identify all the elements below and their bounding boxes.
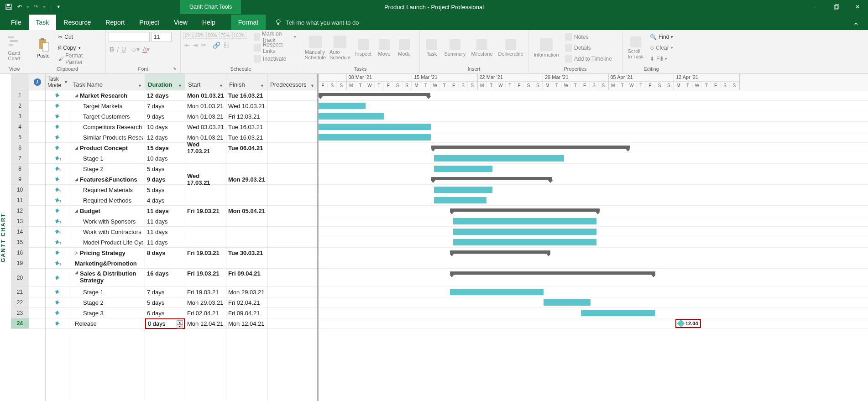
- tell-me-search[interactable]: Tell me what you want to do: [266, 15, 368, 30]
- task-name-cell[interactable]: Stage 3: [70, 308, 145, 318]
- gantt-chart-button[interactable]: Gantt Chart: [3, 32, 26, 64]
- task-mode-cell[interactable]: [46, 111, 70, 122]
- row-number[interactable]: 13: [11, 216, 29, 227]
- gantt-bar[interactable]: [319, 103, 366, 109]
- task-mode-cell[interactable]: ?: [46, 216, 70, 227]
- gantt-bar[interactable]: [453, 229, 596, 235]
- task-name-cell[interactable]: Stage 2: [70, 297, 145, 308]
- predecessors-cell[interactable]: [267, 227, 317, 237]
- predecessors-cell[interactable]: [267, 111, 317, 122]
- outline-toggle[interactable]: ◢: [75, 208, 78, 213]
- duration-cell[interactable]: 12 days: [145, 132, 185, 143]
- start-cell[interactable]: [185, 153, 226, 164]
- task-mode-cell[interactable]: ?: [46, 258, 70, 269]
- row-number[interactable]: 12: [11, 206, 29, 216]
- finish-cell[interactable]: Mon 29.03.21: [226, 174, 267, 185]
- duration-cell-editing[interactable]: 0 days▲▼: [145, 318, 185, 329]
- task-name-cell[interactable]: Work with Sponsors: [70, 216, 145, 227]
- start-cell[interactable]: [185, 237, 226, 248]
- task-name-cell[interactable]: ◢Budget: [70, 206, 145, 216]
- row-number[interactable]: 22: [11, 297, 29, 308]
- deliverable-button[interactable]: Deliverable: [497, 32, 525, 64]
- finish-cell[interactable]: Tue 30.03.21: [226, 248, 267, 258]
- task-name-cell[interactable]: Target Markets: [70, 101, 145, 111]
- maximize-button[interactable]: [826, 0, 847, 14]
- row-number[interactable]: 10: [11, 185, 29, 195]
- split-task-button[interactable]: ✂: [201, 42, 206, 49]
- manually-schedule-button[interactable]: Manually Schedule: [304, 32, 327, 64]
- scroll-to-task-button[interactable]: Scroll to Task: [625, 32, 646, 64]
- start-cell[interactable]: [185, 216, 226, 227]
- customize-qat-icon[interactable]: ▼: [53, 2, 63, 12]
- unlink-button[interactable]: ⛓: [223, 42, 230, 49]
- duration-cell[interactable]: 11 days: [145, 206, 185, 216]
- start-cell[interactable]: Wed 17.03.21: [185, 174, 226, 185]
- clear-button[interactable]: ◇Clear▾: [648, 43, 675, 53]
- finish-cell[interactable]: Tue 16.03.21: [226, 122, 267, 132]
- start-cell[interactable]: Mon 01.03.21: [185, 111, 226, 122]
- duration-cell[interactable]: 6 days: [145, 308, 185, 318]
- finish-cell[interactable]: [226, 227, 267, 237]
- start-cell[interactable]: [185, 185, 226, 195]
- outline-toggle[interactable]: ◢: [75, 270, 78, 275]
- redo-icon[interactable]: ↷: [31, 2, 41, 12]
- duration-cell[interactable]: 10 days: [145, 153, 185, 164]
- finish-cell[interactable]: [226, 164, 267, 174]
- task-name-cell[interactable]: Marketing&Promotion: [70, 258, 145, 269]
- finish-cell[interactable]: Fri 09.04.21: [226, 269, 267, 287]
- predecessors-cell[interactable]: [267, 101, 317, 111]
- gantt-bar[interactable]: [319, 113, 384, 120]
- font-color-button[interactable]: A▾: [142, 46, 150, 53]
- column-header-predecessors[interactable]: Predecessors▼: [267, 74, 317, 90]
- details-button[interactable]: Details: [563, 43, 614, 53]
- finish-cell[interactable]: [226, 153, 267, 164]
- save-icon[interactable]: [4, 2, 14, 12]
- predecessors-cell[interactable]: [267, 143, 317, 153]
- task-name-cell[interactable]: Stage 2: [70, 164, 145, 174]
- milestone-marker[interactable]: 12.04: [675, 319, 701, 328]
- outline-toggle[interactable]: ▷: [75, 250, 78, 255]
- format-painter-button[interactable]: 🖌Format Painter: [56, 54, 103, 64]
- predecessors-cell[interactable]: [267, 90, 317, 101]
- task-mode-cell[interactable]: ?: [46, 153, 70, 164]
- cut-button[interactable]: ✂Cut: [56, 32, 103, 42]
- fill-color-button[interactable]: ◇▾: [131, 46, 140, 53]
- task-mode-cell[interactable]: [46, 143, 70, 153]
- finish-cell[interactable]: Mon 12.04.21: [226, 318, 267, 329]
- duration-cell[interactable]: 11 days: [145, 216, 185, 227]
- spinner-up[interactable]: ▲: [177, 320, 183, 324]
- start-cell[interactable]: [185, 227, 226, 237]
- outline-toggle[interactable]: ◢: [75, 146, 78, 150]
- start-cell[interactable]: Wed 17.03.21: [185, 143, 226, 153]
- predecessors-cell[interactable]: [267, 258, 317, 269]
- gantt-bar[interactable]: [434, 197, 486, 203]
- tab-help[interactable]: Help: [195, 15, 223, 30]
- predecessors-cell[interactable]: [267, 216, 317, 227]
- task-mode-cell[interactable]: ?: [46, 195, 70, 206]
- gantt-bar[interactable]: [434, 166, 492, 172]
- task-name-cell[interactable]: Competitors Research: [70, 122, 145, 132]
- duration-cell[interactable]: 10 days: [145, 122, 185, 132]
- tab-view[interactable]: View: [167, 15, 195, 30]
- predecessors-cell[interactable]: [267, 308, 317, 318]
- task-mode-cell[interactable]: [46, 287, 70, 297]
- start-cell[interactable]: Mon 01.03.21: [185, 90, 226, 101]
- task-name-cell[interactable]: Stage 1: [70, 153, 145, 164]
- row-number[interactable]: 19: [11, 258, 29, 269]
- outline-toggle[interactable]: ◢: [75, 177, 78, 182]
- milestone-button[interactable]: Milestone: [469, 32, 495, 64]
- duration-cell[interactable]: 11 days: [145, 237, 185, 248]
- row-number[interactable]: 4: [11, 122, 29, 132]
- row-number[interactable]: 20: [11, 269, 29, 287]
- link-button[interactable]: 🔗: [213, 42, 220, 49]
- gantt-bar[interactable]: [319, 124, 431, 130]
- gantt-bar[interactable]: [450, 250, 550, 254]
- predecessors-cell[interactable]: [267, 248, 317, 258]
- tab-file[interactable]: File: [4, 15, 29, 30]
- finish-cell[interactable]: Fri 09.04.21: [226, 308, 267, 318]
- start-cell[interactable]: Fri 19.03.21: [185, 206, 226, 216]
- duration-cell[interactable]: 5 days: [145, 185, 185, 195]
- minimize-button[interactable]: ─: [805, 0, 826, 14]
- font-dialog-launcher[interactable]: ⬊: [173, 66, 179, 73]
- predecessors-cell[interactable]: [267, 287, 317, 297]
